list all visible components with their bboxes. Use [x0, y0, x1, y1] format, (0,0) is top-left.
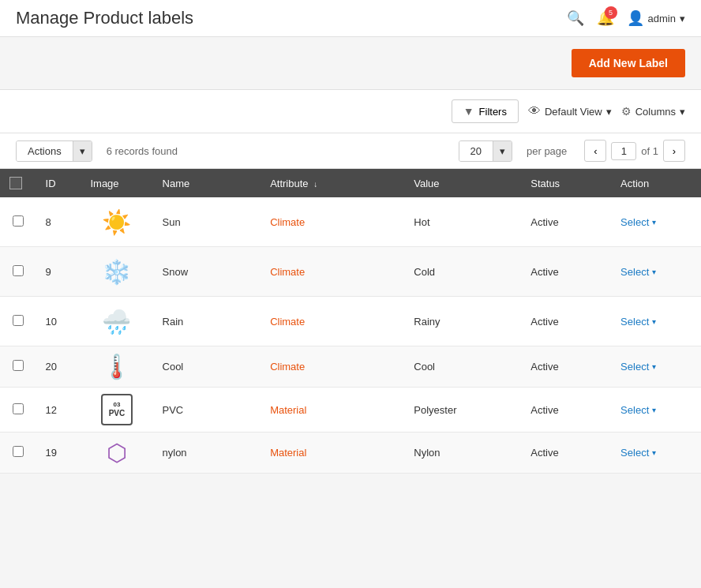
header-checkbox[interactable] [9, 177, 22, 189]
filters-label: Filters [479, 106, 507, 118]
row-checkbox[interactable] [13, 446, 24, 457]
prev-page-button[interactable]: ‹ [584, 140, 606, 162]
add-new-label-button[interactable]: Add New Label [572, 49, 685, 77]
page-number: 1 [611, 142, 636, 160]
view-label: Default View [545, 106, 602, 118]
add-button-bar: Add New Label [0, 37, 701, 90]
funnel-icon: ▼ [463, 105, 474, 118]
actions-label: Actions [17, 141, 73, 161]
page-title: Manage Product labels [16, 8, 193, 28]
th-name: Name [153, 169, 261, 197]
records-count: 6 records found [107, 145, 178, 157]
row-checkbox[interactable] [13, 360, 24, 371]
row-attribute[interactable]: Climate [261, 197, 404, 247]
attribute-link[interactable]: Material [270, 404, 306, 416]
select-caret-icon: ▾ [652, 362, 656, 371]
row-name: Rain [153, 297, 261, 346]
row-attribute[interactable]: Climate [261, 247, 404, 297]
actions-caret-icon[interactable]: ▾ [73, 141, 92, 161]
attribute-link[interactable]: Material [270, 447, 306, 459]
columns-caret-icon: ▾ [680, 106, 685, 118]
row-action-cell: Select ▾ [611, 197, 701, 247]
select-button[interactable]: Select ▾ [620, 404, 656, 416]
select-button[interactable]: Select ▾ [620, 216, 656, 228]
select-button[interactable]: Select ▾ [620, 361, 656, 373]
row-action-cell: Select ▾ [611, 297, 701, 346]
row-name: PVC [153, 388, 261, 433]
top-actions: 🔍 🔔 5 👤 admin ▾ [567, 9, 685, 27]
row-status: Active [521, 433, 611, 474]
row-action-cell: Select ▾ [611, 247, 701, 297]
row-status: Active [521, 388, 611, 433]
row-value: Cold [404, 247, 521, 297]
row-checkbox[interactable] [13, 403, 24, 414]
notifications-button[interactable]: 🔔 5 [597, 9, 614, 27]
select-button[interactable]: Select ▾ [620, 266, 656, 278]
th-image: Image [81, 169, 152, 197]
row-checkbox-cell [0, 433, 36, 474]
select-label: Select [620, 404, 649, 416]
row-id: 9 [36, 247, 81, 297]
per-page-label: per page [527, 145, 567, 157]
row-image-cell: ☀️ [81, 197, 152, 247]
row-id: 12 [36, 388, 81, 433]
select-all-checkbox-header[interactable] [0, 169, 36, 197]
actions-dropdown[interactable]: Actions ▾ [16, 140, 92, 162]
select-button[interactable]: Select ▾ [620, 316, 656, 328]
next-page-button[interactable]: › [663, 140, 685, 162]
notification-badge: 5 [605, 6, 617, 19]
row-action-cell: Select ▾ [611, 388, 701, 433]
table-header-row: ID Image Name Attribute ↓ Value Status A… [0, 169, 701, 197]
select-label: Select [620, 266, 649, 278]
row-checkbox[interactable] [13, 315, 24, 326]
product-image: ❄️ [90, 253, 143, 290]
pagination-nav: ‹ 1 of 1 › [584, 140, 685, 162]
row-value: Cool [404, 346, 521, 388]
row-name: Sun [153, 197, 261, 247]
search-button[interactable]: 🔍 [567, 9, 584, 27]
select-label: Select [620, 316, 649, 328]
per-page-value: 20 [459, 141, 493, 161]
page-of: of 1 [641, 145, 658, 157]
table-row: 10 🌧️ RainClimateRainyActive Select ▾ [0, 297, 701, 346]
attribute-link[interactable]: Climate [270, 266, 305, 278]
row-value: Rainy [404, 297, 521, 346]
row-id: 10 [36, 297, 81, 346]
thermometer-icon: 🌡️ [102, 353, 131, 380]
attribute-link[interactable]: Climate [270, 361, 305, 373]
row-status: Active [521, 247, 611, 297]
row-attribute[interactable]: Material [261, 388, 404, 433]
row-value: Hot [404, 197, 521, 247]
user-menu-button[interactable]: 👤 admin ▾ [627, 9, 685, 27]
per-page-caret-icon[interactable]: ▾ [493, 141, 512, 161]
view-button[interactable]: 👁 Default View ▾ [528, 104, 612, 118]
row-id: 8 [36, 197, 81, 247]
row-checkbox-cell [0, 388, 36, 433]
row-checkbox[interactable] [13, 215, 24, 227]
rain-icon: 🌧️ [99, 303, 135, 339]
product-image: ⬡ [90, 439, 143, 466]
view-caret-icon: ▾ [606, 106, 612, 118]
row-status: Active [521, 297, 611, 346]
columns-button[interactable]: ⚙ Columns ▾ [621, 105, 685, 118]
row-image-cell: 03 PVC [81, 388, 152, 433]
row-checkbox-cell [0, 346, 36, 388]
attribute-link[interactable]: Climate [270, 216, 305, 228]
th-attribute[interactable]: Attribute ↓ [261, 169, 404, 197]
user-caret-icon: ▾ [680, 13, 685, 24]
row-attribute[interactable]: Material [261, 433, 404, 474]
filters-button[interactable]: ▼ Filters [452, 99, 519, 123]
eye-icon: 👁 [528, 104, 541, 118]
row-attribute[interactable]: Climate [261, 297, 404, 346]
row-attribute[interactable]: Climate [261, 346, 404, 388]
attribute-link[interactable]: Climate [270, 316, 305, 328]
records-bar: Actions ▾ 6 records found 20 ▾ per page … [0, 133, 701, 169]
user-icon: 👤 [627, 9, 644, 27]
sun-icon: ☀️ [99, 204, 135, 240]
sort-icon: ↓ [313, 180, 317, 189]
product-image: ☀️ [90, 204, 143, 240]
row-checkbox[interactable] [13, 265, 24, 276]
per-page-select[interactable]: 20 ▾ [459, 140, 512, 162]
select-button[interactable]: Select ▾ [620, 447, 656, 459]
table-row: 9 ❄️ SnowClimateColdActive Select ▾ [0, 247, 701, 297]
